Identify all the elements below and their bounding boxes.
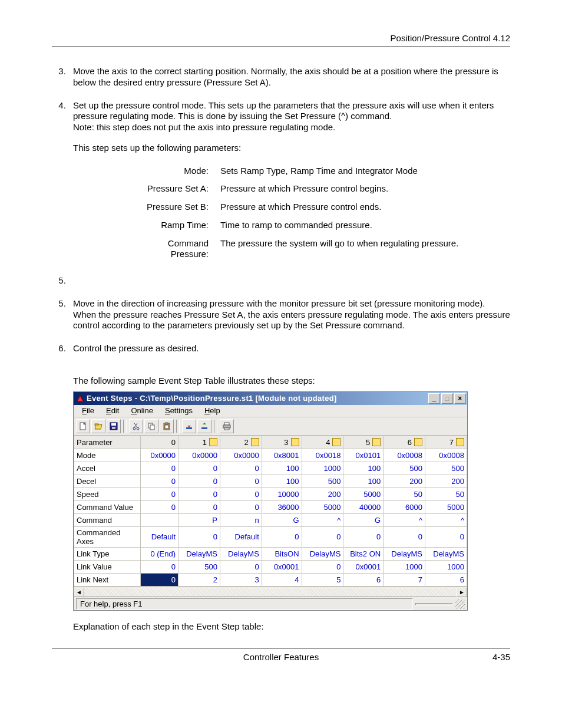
cell[interactable]: 5 <box>302 573 343 586</box>
menu-online[interactable]: Online <box>125 406 159 416</box>
grid-row[interactable]: Commanded AxesDefault0Default00000 <box>74 526 467 547</box>
cell[interactable]: 0x0101 <box>343 449 384 462</box>
cell[interactable]: 0x8001 <box>262 449 302 462</box>
cell[interactable]: 50 <box>384 487 425 500</box>
event-steps-grid[interactable]: Parameter 0 1 2 3 4 5 6 7 Mode0x00000x00… <box>74 436 467 587</box>
col-0[interactable]: 0 <box>141 436 178 449</box>
cell[interactable]: 200 <box>384 475 425 487</box>
col-3[interactable]: 3 <box>262 436 302 449</box>
menu-help[interactable]: Help <box>199 406 226 416</box>
cell[interactable]: 0 (End) <box>141 547 178 560</box>
col-4[interactable]: 4 <box>302 436 343 449</box>
cell[interactable]: 1000 <box>384 560 425 573</box>
cell[interactable]: 6 <box>425 573 467 586</box>
scroll-track[interactable] <box>84 588 457 597</box>
col-7[interactable]: 7 <box>425 436 467 449</box>
cell[interactable]: 500 <box>178 560 220 573</box>
save-icon[interactable] <box>107 419 121 433</box>
cell[interactable]: 10000 <box>262 487 302 500</box>
horizontal-scrollbar[interactable]: ◄ ► <box>74 587 467 598</box>
cell-parameter[interactable]: Link Type <box>74 547 141 560</box>
cell[interactable]: 0 <box>343 526 384 547</box>
col-2[interactable]: 2 <box>220 436 262 449</box>
cell[interactable]: 200 <box>425 475 467 487</box>
minimize-button[interactable]: _ <box>428 393 440 404</box>
cell[interactable]: 0 <box>220 475 262 487</box>
cell[interactable]: 50 <box>425 487 467 500</box>
cell[interactable]: 200 <box>302 487 343 500</box>
cell[interactable]: 0 <box>302 526 343 547</box>
cell[interactable]: ^ <box>425 513 467 526</box>
cell[interactable] <box>141 513 178 526</box>
cell[interactable]: 0 <box>302 560 343 573</box>
cell-parameter[interactable]: Command <box>74 513 141 526</box>
cell-parameter[interactable]: Link Value <box>74 560 141 573</box>
cell[interactable]: 0x0001 <box>343 560 384 573</box>
cell[interactable]: DelayMS <box>178 547 220 560</box>
cell[interactable]: 4 <box>262 573 302 586</box>
cell[interactable]: 100 <box>343 475 384 487</box>
cell[interactable]: 0 <box>220 500 262 513</box>
cell[interactable]: Default <box>220 526 262 547</box>
cell[interactable]: 0 <box>220 560 262 573</box>
col-1[interactable]: 1 <box>178 436 220 449</box>
cell[interactable]: 500 <box>302 475 343 487</box>
cell[interactable]: 0 <box>141 462 178 475</box>
cell[interactable]: Default <box>141 526 178 547</box>
cell[interactable]: 5000 <box>343 487 384 500</box>
cell[interactable]: DelayMS <box>302 547 343 560</box>
open-icon[interactable] <box>91 419 105 433</box>
close-button[interactable]: × <box>454 393 466 404</box>
upload-icon[interactable] <box>197 419 211 433</box>
cell[interactable]: P <box>178 513 220 526</box>
cell[interactable]: 0 <box>141 487 178 500</box>
grid-row[interactable]: Decel000100500100200200 <box>74 475 467 487</box>
cell[interactable]: 0x0000 <box>178 449 220 462</box>
cell[interactable]: ^ <box>384 513 425 526</box>
cell[interactable]: 6000 <box>384 500 425 513</box>
cell[interactable]: 0x0000 <box>220 449 262 462</box>
cell[interactable]: 1000 <box>302 462 343 475</box>
grid-row[interactable]: Command Value0003600050004000060005000 <box>74 500 467 513</box>
grid-row[interactable]: Link Next02345676 <box>74 573 467 586</box>
new-icon[interactable] <box>76 419 90 433</box>
cell[interactable]: 0 <box>384 526 425 547</box>
cell[interactable]: 0 <box>141 475 178 487</box>
cell[interactable]: 0x0001 <box>262 560 302 573</box>
cell[interactable]: 100 <box>343 462 384 475</box>
cell[interactable]: 7 <box>384 573 425 586</box>
cell[interactable]: BitsON <box>262 547 302 560</box>
cell[interactable]: 1000 <box>425 560 467 573</box>
cell[interactable]: n <box>220 513 262 526</box>
cell[interactable]: ^ <box>302 513 343 526</box>
cell[interactable]: 40000 <box>343 500 384 513</box>
cell-parameter[interactable]: Mode <box>74 449 141 462</box>
cell[interactable]: 0 <box>425 526 467 547</box>
cell[interactable]: 0x0008 <box>384 449 425 462</box>
menu-settings[interactable]: Settings <box>159 406 199 416</box>
cell[interactable]: 500 <box>425 462 467 475</box>
cell[interactable]: 0 <box>262 526 302 547</box>
cell[interactable]: 0 <box>220 487 262 500</box>
paste-icon[interactable] <box>160 419 174 433</box>
cell[interactable]: DelayMS <box>384 547 425 560</box>
grid-row[interactable]: Link Type0 (End)DelayMSDelayMSBitsONDela… <box>74 547 467 560</box>
cell[interactable]: 0x0000 <box>141 449 178 462</box>
cell[interactable]: 0 <box>141 560 178 573</box>
cell[interactable]: 0 <box>178 475 220 487</box>
cell[interactable]: 2 <box>178 573 220 586</box>
cell[interactable]: 5000 <box>302 500 343 513</box>
cell[interactable]: 36000 <box>262 500 302 513</box>
menu-edit[interactable]: Edit <box>100 406 125 416</box>
cell-parameter[interactable]: Speed <box>74 487 141 500</box>
cell[interactable]: 500 <box>384 462 425 475</box>
cell[interactable]: 0 <box>178 526 220 547</box>
cell[interactable]: 3 <box>220 573 262 586</box>
copy-icon[interactable] <box>144 419 158 433</box>
grid-row[interactable]: CommandPnG^G^^ <box>74 513 467 526</box>
print-icon[interactable] <box>220 419 234 433</box>
cell[interactable]: 100 <box>262 475 302 487</box>
cell-parameter[interactable]: Accel <box>74 462 141 475</box>
scroll-right-icon[interactable]: ► <box>457 588 467 597</box>
col-parameter[interactable]: Parameter <box>74 436 141 449</box>
